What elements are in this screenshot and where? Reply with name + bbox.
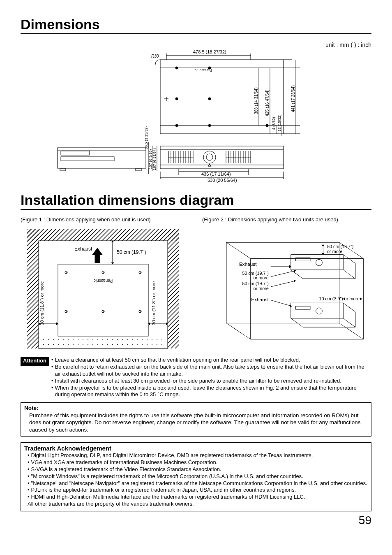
svg-point-100 xyxy=(316,308,323,314)
figure-2-drawing: 50 cm (19.7") or more Exhaust 50 cm (19.… xyxy=(202,225,371,353)
svg-rect-62 xyxy=(61,157,114,161)
svg-point-7 xyxy=(175,124,178,127)
svg-text:50 cm (19.7"): 50 cm (19.7") xyxy=(117,249,146,255)
svg-text:or more: or more xyxy=(327,249,342,254)
svg-point-9 xyxy=(266,124,268,127)
svg-point-39 xyxy=(203,151,216,163)
figure-1-drawing: Panasonic Exhaust 50 cm (19.7") xyxy=(21,225,190,353)
svg-text:Exhaust: Exhaust xyxy=(74,246,92,252)
svg-line-104 xyxy=(271,281,296,287)
svg-rect-73 xyxy=(168,229,179,348)
svg-line-105 xyxy=(271,300,292,306)
attention-label: Attention xyxy=(21,357,49,366)
dim-r30: R30 xyxy=(151,54,159,58)
svg-point-86 xyxy=(103,311,104,312)
dim-425: 425 (16 47/64) xyxy=(265,89,270,116)
svg-text:10 cm (3.9") or more: 10 cm (3.9") or more xyxy=(319,296,360,301)
svg-text:Panasonic: Panasonic xyxy=(94,279,113,283)
svg-line-103 xyxy=(271,271,296,277)
svg-rect-64 xyxy=(136,168,141,171)
trademark-footer: All other trademarks are the property of… xyxy=(24,501,368,508)
dim-157: 157 (6 3/16) xyxy=(148,149,152,170)
svg-text:or more: or more xyxy=(254,275,269,280)
svg-rect-99 xyxy=(296,258,310,261)
svg-point-84 xyxy=(66,311,67,312)
dim-4: 4 (5/32) xyxy=(272,117,276,130)
svg-point-78 xyxy=(66,272,67,273)
svg-rect-72 xyxy=(27,229,39,348)
attention-block: Attention •Leave a clearance of at least… xyxy=(21,357,371,398)
svg-rect-63 xyxy=(60,168,66,171)
dimensions-drawing: R30 478.5 (18 27/32) Panasonic 368 (14 3… xyxy=(45,43,308,183)
brand-top: Panasonic xyxy=(194,68,212,72)
svg-rect-90 xyxy=(95,254,100,263)
dim-441: 441 (17 23/64) xyxy=(291,85,295,112)
dim-530: 530 (20 55/64) xyxy=(208,178,237,183)
svg-point-40 xyxy=(206,154,213,160)
note-body: Purchase of this equipment includes the … xyxy=(24,412,368,434)
page-number: 59 xyxy=(21,514,371,527)
svg-point-8 xyxy=(208,124,211,127)
dim-436: 436 (17 11/64) xyxy=(201,172,231,176)
svg-point-3 xyxy=(175,67,178,69)
svg-text:50 cm (19.7"): 50 cm (19.7") xyxy=(327,244,353,249)
svg-text:30 cm (11.8") or more: 30 cm (11.8") or more xyxy=(151,281,156,325)
dim-167: 167 (6 13/64) xyxy=(152,148,157,170)
fig2-caption: (Figure 2 : Dimensions applying when two… xyxy=(202,216,371,223)
svg-point-6 xyxy=(208,98,211,100)
svg-rect-76 xyxy=(58,264,148,336)
dim-top-width: 478.5 (18 27/32) xyxy=(193,49,226,54)
svg-point-5 xyxy=(175,98,178,100)
svg-point-88 xyxy=(140,311,141,312)
svg-rect-71 xyxy=(27,229,179,241)
top-diagram: R30 478.5 (18 27/32) Panasonic 368 (14 3… xyxy=(21,39,371,187)
dim-12: 12 (15/32) xyxy=(277,114,281,131)
svg-point-82 xyxy=(140,272,141,273)
svg-text:Exhaust: Exhaust xyxy=(239,261,257,267)
note-frame: Note: Purchase of this equipment include… xyxy=(21,402,371,436)
heading-install: Installation dimensions diagram xyxy=(21,192,371,210)
trademark-title: Trademark Acknowledgement xyxy=(24,444,368,453)
fig1-caption: (Figure 1 : Dimensions applying when one… xyxy=(21,216,190,223)
dim-368: 368 (14 31/64) xyxy=(254,87,258,114)
svg-point-98 xyxy=(316,259,323,266)
svg-text:50 cm (19.7"): 50 cm (19.7") xyxy=(242,271,268,276)
svg-text:30 cm (11.8") or more: 30 cm (11.8") or more xyxy=(39,281,44,325)
note-title: Note: xyxy=(24,404,368,412)
svg-text:Exhaust: Exhaust xyxy=(251,297,269,302)
attention-list: •Leave a clearance of at least 50 cm so … xyxy=(51,357,371,398)
svg-rect-101 xyxy=(296,306,310,309)
svg-text:or more: or more xyxy=(254,286,269,291)
svg-rect-61 xyxy=(61,151,90,155)
svg-rect-75 xyxy=(40,339,166,347)
svg-text:50 cm (19.7"): 50 cm (19.7") xyxy=(242,281,268,286)
svg-point-80 xyxy=(103,272,104,273)
dim-86: 86.5 (3 13/32) xyxy=(144,126,148,149)
heading-dimensions: Dimensions xyxy=(21,16,371,34)
trademark-frame: Trademark Acknowledgement •Digital Light… xyxy=(21,442,371,512)
